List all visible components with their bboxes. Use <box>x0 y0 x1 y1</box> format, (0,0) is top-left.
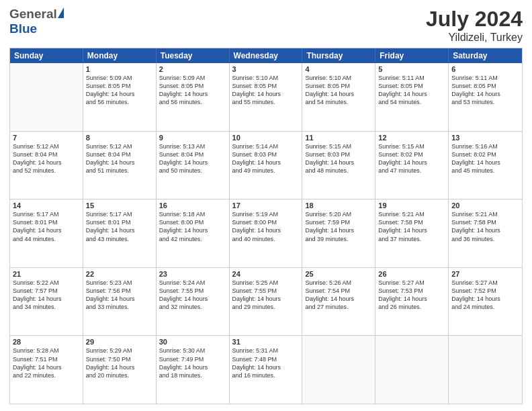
day-cell-15: 15Sunrise: 5:17 AM Sunset: 8:01 PM Dayli… <box>83 199 157 267</box>
day-info: Sunrise: 5:09 AM Sunset: 8:05 PM Dayligh… <box>159 74 226 107</box>
day-number: 28 <box>13 338 80 346</box>
empty-cell <box>375 336 449 404</box>
calendar-header: SundayMondayTuesdayWednesdayThursdayFrid… <box>10 48 522 63</box>
day-number: 29 <box>86 338 153 346</box>
day-info: Sunrise: 5:27 AM Sunset: 7:53 PM Dayligh… <box>378 279 445 312</box>
day-info: Sunrise: 5:25 AM Sunset: 7:55 PM Dayligh… <box>232 279 300 312</box>
header: General Blue July 2024 Yildizeli, Turkey <box>9 7 523 44</box>
day-number: 31 <box>232 338 300 346</box>
day-cell-14: 14Sunrise: 5:17 AM Sunset: 8:01 PM Dayli… <box>10 199 83 267</box>
page: General Blue July 2024 Yildizeli, Turkey… <box>0 0 532 411</box>
day-cell-9: 9Sunrise: 5:13 AM Sunset: 8:04 PM Daylig… <box>157 132 230 199</box>
week-row-4: 21Sunrise: 5:22 AM Sunset: 7:57 PM Dayli… <box>10 267 522 336</box>
day-header-tuesday: Tuesday <box>157 48 230 63</box>
day-header-friday: Friday <box>375 48 449 63</box>
logo-triangle-icon <box>58 7 64 18</box>
day-cell-23: 23Sunrise: 5:24 AM Sunset: 7:55 PM Dayli… <box>157 268 230 336</box>
week-row-5: 28Sunrise: 5:28 AM Sunset: 7:51 PM Dayli… <box>10 335 522 404</box>
day-info: Sunrise: 5:29 AM Sunset: 7:50 PM Dayligh… <box>86 347 153 379</box>
day-cell-12: 12Sunrise: 5:15 AM Sunset: 8:02 PM Dayli… <box>375 132 449 199</box>
day-info: Sunrise: 5:11 AM Sunset: 8:05 PM Dayligh… <box>378 74 445 107</box>
day-number: 25 <box>305 270 372 278</box>
day-cell-13: 13Sunrise: 5:16 AM Sunset: 8:02 PM Dayli… <box>449 132 522 199</box>
day-info: Sunrise: 5:11 AM Sunset: 8:05 PM Dayligh… <box>451 74 519 107</box>
day-header-thursday: Thursday <box>302 48 375 63</box>
calendar-body: 1Sunrise: 5:09 AM Sunset: 8:05 PM Daylig… <box>10 63 522 404</box>
empty-cell <box>449 336 522 404</box>
day-number: 30 <box>159 338 226 346</box>
day-cell-5: 5Sunrise: 5:11 AM Sunset: 8:05 PM Daylig… <box>375 63 449 131</box>
day-cell-7: 7Sunrise: 5:12 AM Sunset: 8:04 PM Daylig… <box>10 132 83 199</box>
day-number: 17 <box>232 201 300 210</box>
day-info: Sunrise: 5:20 AM Sunset: 7:59 PM Dayligh… <box>305 210 372 243</box>
day-info: Sunrise: 5:30 AM Sunset: 7:49 PM Dayligh… <box>159 347 226 379</box>
day-number: 24 <box>232 270 300 278</box>
day-info: Sunrise: 5:19 AM Sunset: 8:00 PM Dayligh… <box>232 210 300 243</box>
day-info: Sunrise: 5:14 AM Sunset: 8:03 PM Dayligh… <box>232 142 300 175</box>
day-info: Sunrise: 5:15 AM Sunset: 8:02 PM Dayligh… <box>378 142 445 175</box>
calendar: SundayMondayTuesdayWednesdayThursdayFrid… <box>9 48 523 404</box>
empty-cell <box>10 63 83 131</box>
day-number: 13 <box>451 134 519 142</box>
day-info: Sunrise: 5:10 AM Sunset: 8:05 PM Dayligh… <box>305 74 372 107</box>
day-info: Sunrise: 5:09 AM Sunset: 8:05 PM Dayligh… <box>86 74 153 107</box>
day-number: 26 <box>378 270 445 278</box>
title-section: July 2024 Yildizeli, Turkey <box>426 7 523 44</box>
day-cell-20: 20Sunrise: 5:21 AM Sunset: 7:58 PM Dayli… <box>449 199 522 267</box>
day-number: 8 <box>86 134 153 142</box>
day-cell-22: 22Sunrise: 5:23 AM Sunset: 7:56 PM Dayli… <box>83 268 157 336</box>
logo-general: General <box>9 7 57 21</box>
day-cell-26: 26Sunrise: 5:27 AM Sunset: 7:53 PM Dayli… <box>375 268 449 336</box>
day-info: Sunrise: 5:13 AM Sunset: 8:04 PM Dayligh… <box>159 142 226 175</box>
day-cell-24: 24Sunrise: 5:25 AM Sunset: 7:55 PM Dayli… <box>230 268 303 336</box>
day-info: Sunrise: 5:12 AM Sunset: 8:04 PM Dayligh… <box>13 142 80 175</box>
day-number: 15 <box>86 201 153 210</box>
day-cell-2: 2Sunrise: 5:09 AM Sunset: 8:05 PM Daylig… <box>157 63 230 131</box>
day-number: 19 <box>378 201 445 210</box>
day-header-monday: Monday <box>83 48 157 63</box>
logo-blue-row: Blue <box>9 21 37 36</box>
day-number: 4 <box>305 65 372 73</box>
day-number: 22 <box>86 270 153 278</box>
day-cell-25: 25Sunrise: 5:26 AM Sunset: 7:54 PM Dayli… <box>302 268 375 336</box>
day-number: 3 <box>232 65 300 73</box>
day-info: Sunrise: 5:16 AM Sunset: 8:02 PM Dayligh… <box>451 142 519 175</box>
day-cell-21: 21Sunrise: 5:22 AM Sunset: 7:57 PM Dayli… <box>10 268 83 336</box>
logo-wrapper: General <box>9 7 64 21</box>
day-header-wednesday: Wednesday <box>230 48 303 63</box>
day-number: 14 <box>13 201 80 210</box>
location: Yildizeli, Turkey <box>426 32 523 44</box>
day-number: 9 <box>159 134 226 142</box>
day-number: 2 <box>159 65 226 73</box>
day-info: Sunrise: 5:27 AM Sunset: 7:52 PM Dayligh… <box>451 279 519 312</box>
logo-blue: Blue <box>9 21 37 36</box>
day-cell-11: 11Sunrise: 5:15 AM Sunset: 8:03 PM Dayli… <box>302 132 375 199</box>
day-info: Sunrise: 5:15 AM Sunset: 8:03 PM Dayligh… <box>305 142 372 175</box>
day-info: Sunrise: 5:12 AM Sunset: 8:04 PM Dayligh… <box>86 142 153 175</box>
day-number: 7 <box>13 134 80 142</box>
day-number: 5 <box>378 65 445 73</box>
day-info: Sunrise: 5:10 AM Sunset: 8:05 PM Dayligh… <box>232 74 300 107</box>
day-cell-10: 10Sunrise: 5:14 AM Sunset: 8:03 PM Dayli… <box>230 132 303 199</box>
week-row-1: 1Sunrise: 5:09 AM Sunset: 8:05 PM Daylig… <box>10 63 522 131</box>
day-info: Sunrise: 5:22 AM Sunset: 7:57 PM Dayligh… <box>13 279 80 312</box>
day-number: 6 <box>451 65 519 73</box>
day-info: Sunrise: 5:26 AM Sunset: 7:54 PM Dayligh… <box>305 279 372 312</box>
day-info: Sunrise: 5:28 AM Sunset: 7:51 PM Dayligh… <box>13 347 80 379</box>
day-info: Sunrise: 5:17 AM Sunset: 8:01 PM Dayligh… <box>13 210 80 243</box>
day-header-saturday: Saturday <box>449 48 522 63</box>
day-info: Sunrise: 5:21 AM Sunset: 7:58 PM Dayligh… <box>378 210 445 243</box>
day-cell-8: 8Sunrise: 5:12 AM Sunset: 8:04 PM Daylig… <box>83 132 157 199</box>
day-number: 12 <box>378 134 445 142</box>
day-cell-30: 30Sunrise: 5:30 AM Sunset: 7:49 PM Dayli… <box>157 336 230 404</box>
day-info: Sunrise: 5:23 AM Sunset: 7:56 PM Dayligh… <box>86 279 153 312</box>
day-cell-31: 31Sunrise: 5:31 AM Sunset: 7:48 PM Dayli… <box>230 336 303 404</box>
day-number: 18 <box>305 201 372 210</box>
day-cell-6: 6Sunrise: 5:11 AM Sunset: 8:05 PM Daylig… <box>449 63 522 131</box>
empty-cell <box>302 336 375 404</box>
day-number: 1 <box>86 65 153 73</box>
day-info: Sunrise: 5:21 AM Sunset: 7:58 PM Dayligh… <box>451 210 519 243</box>
day-info: Sunrise: 5:31 AM Sunset: 7:48 PM Dayligh… <box>232 347 300 379</box>
day-number: 20 <box>451 201 519 210</box>
day-info: Sunrise: 5:17 AM Sunset: 8:01 PM Dayligh… <box>86 210 153 243</box>
